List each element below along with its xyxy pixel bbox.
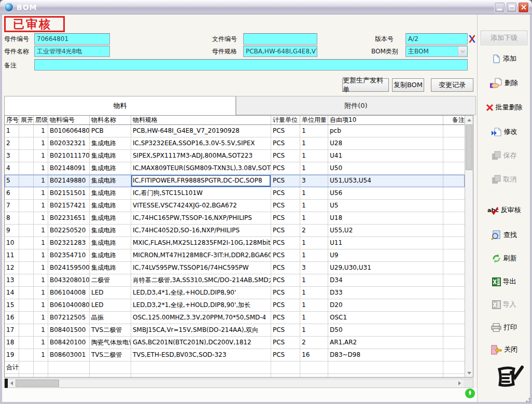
cell[interactable]: B0241595000 <box>48 262 90 274</box>
cell[interactable]: SIPEX,SPX1117M3-ADJ,800MA,SOT223 <box>131 150 271 162</box>
vertical-scroll-thumb[interactable] <box>466 124 472 170</box>
cell[interactable]: TVS二极管 <box>90 324 131 336</box>
cell[interactable]: MXIC,FLASH,MX25L12835FM2I-10G,128Mbit,3.… <box>131 237 271 249</box>
cell[interactable]: PCS <box>271 249 300 261</box>
cell[interactable]: 1 <box>34 299 48 311</box>
cell[interactable]: 1 <box>34 312 48 324</box>
cell[interactable] <box>19 175 34 187</box>
cell[interactable]: 2 <box>300 225 328 236</box>
export-button[interactable]: 导出 <box>479 275 529 288</box>
cell[interactable]: 1 <box>34 249 48 261</box>
find-button[interactable]: 查找 <box>479 228 529 242</box>
cell[interactable] <box>19 262 34 274</box>
column-header-4[interactable]: 物料名称 <box>90 116 131 124</box>
cell[interactable]: 15 <box>5 299 19 311</box>
cell[interactable] <box>443 175 465 187</box>
table-row[interactable]: 131B0432080100二极管肖特基二极管,3A,SS310,SMC/DO-… <box>5 274 465 287</box>
cell[interactable]: B02231651 <box>48 212 90 224</box>
cell[interactable]: PCS <box>271 312 300 324</box>
cell[interactable]: IC,74LV595PW,TSSOP16/74HC595PW <box>131 262 271 274</box>
cell[interactable]: 1 <box>34 150 48 162</box>
cell[interactable]: 1 <box>300 299 328 311</box>
cell[interactable]: U5 <box>328 200 443 212</box>
cell[interactable] <box>19 274 34 286</box>
cell[interactable]: 1 <box>34 349 48 361</box>
cell[interactable]: PCS <box>271 274 300 286</box>
cell[interactable] <box>443 137 465 149</box>
scroll-up-button[interactable] <box>465 116 473 124</box>
save-button[interactable]: 保存 <box>479 149 529 162</box>
cell[interactable]: B0106064807 <box>48 125 90 137</box>
cell[interactable]: 7 <box>5 200 19 212</box>
cell[interactable]: PCS <box>271 337 300 349</box>
cell[interactable]: D20 <box>328 299 443 311</box>
cell[interactable]: 1 <box>300 287 328 299</box>
cell[interactable]: 19 <box>5 349 19 361</box>
parent-spec-field[interactable]: PCBA,HW-648I,G4E8,V7 <box>243 46 317 57</box>
cell[interactable]: pcb <box>328 125 443 137</box>
cell[interactable] <box>443 237 465 249</box>
cell[interactable]: 1 <box>300 137 328 149</box>
cell[interactable]: 肖特基二极管,3A,SS310,SMC/DO-214AB,SMD大 <box>131 274 271 286</box>
cell[interactable]: PCS <box>271 225 300 236</box>
cell[interactable]: B02032321 <box>48 137 90 149</box>
cell[interactable]: 1 <box>34 225 48 236</box>
cell[interactable]: IC,MAX809TEUR(SGM809-TXN3L),3.08V,SOT-2 <box>131 162 271 174</box>
cell[interactable] <box>443 299 465 311</box>
cell[interactable]: 1 <box>300 237 328 249</box>
cell[interactable]: B02321283 <box>48 237 90 249</box>
cell[interactable]: 6 <box>5 187 19 199</box>
cell[interactable] <box>19 299 34 311</box>
column-header-9[interactable]: 备注 <box>443 116 465 124</box>
cell[interactable]: IC,74HC4052D,SO-16,NXP/PHILIPS <box>131 225 271 236</box>
tab-attachment[interactable]: 附件(0) <box>236 96 476 115</box>
cell[interactable]: B02354710 <box>48 249 90 261</box>
cell[interactable]: 集成电路 <box>90 212 131 224</box>
table-row[interactable]: 151B0610400801LEDLED,D3,2*1,全绿,+HOLD,DIP… <box>5 299 465 312</box>
cell[interactable]: PCS <box>271 262 300 274</box>
cell[interactable]: D33 <box>328 287 443 299</box>
minimize-button[interactable] <box>494 2 505 13</box>
table-row[interactable]: 141B06104008LEDLED,D3,4*1,全绿,+HOLD,DIP8,… <box>5 287 465 299</box>
cell[interactable]: B0432080100 <box>48 274 90 286</box>
cell[interactable]: 9 <box>5 225 19 236</box>
table-row[interactable]: 41B02148091集成电路IC,MAX809TEUR(SGM809-TXN3… <box>5 162 465 175</box>
cell[interactable]: PCS <box>271 324 300 336</box>
cell[interactable]: 集成电路 <box>90 225 131 236</box>
cell[interactable]: 3 <box>300 262 328 274</box>
cell[interactable]: 集成电路 <box>90 162 131 174</box>
scroll-left-button[interactable] <box>8 379 16 387</box>
cell[interactable]: D34 <box>328 274 443 286</box>
cell[interactable]: U11 <box>328 237 443 249</box>
cell[interactable]: IC,看门狗,STC15L101W <box>131 187 271 199</box>
table-row[interactable]: 121B0241595000集成电路IC,74LV595PW,TSSOP16/7… <box>5 262 465 274</box>
cell[interactable]: 3 <box>300 175 328 187</box>
column-header-2[interactable]: 层级 <box>34 116 48 124</box>
cell[interactable]: PCB <box>90 125 131 137</box>
cell[interactable]: 18 <box>5 337 19 349</box>
cell[interactable] <box>443 225 465 236</box>
cell[interactable]: U9 <box>328 249 443 261</box>
cell[interactable]: U51,U53,U54 <box>328 175 443 187</box>
table-row[interactable]: 61B02151501集成电路IC,看门狗,STC15L101WPCS1U56 <box>5 187 465 200</box>
cell[interactable]: SMBJ15CA,Vr=15V,SMB(DO-214AA),双向 <box>131 324 271 336</box>
cell[interactable]: TVS二极管 <box>90 349 131 361</box>
cell[interactable]: B08401500 <box>48 324 90 336</box>
cell[interactable]: 1 <box>300 274 328 286</box>
cell[interactable]: 2 <box>5 137 19 149</box>
table-row[interactable]: 101B02321283集成电路MXIC,FLASH,MX25L12835FM2… <box>5 237 465 249</box>
cell[interactable]: PCS <box>271 162 300 174</box>
copy-bom-button[interactable]: 复制BOM <box>392 78 424 92</box>
cell[interactable] <box>19 225 34 236</box>
cell[interactable]: 集成电路 <box>90 249 131 261</box>
cell[interactable]: U55,U2 <box>328 225 443 236</box>
cell[interactable]: 集成电路 <box>90 175 131 187</box>
cell[interactable]: B02148091 <box>48 162 90 174</box>
cell[interactable]: 1 <box>34 162 48 174</box>
cell[interactable]: 1 <box>34 262 48 274</box>
cell[interactable]: B02151501 <box>48 187 90 199</box>
cell[interactable]: 1 <box>34 337 48 349</box>
cell[interactable]: U50 <box>328 162 443 174</box>
cell[interactable]: 5 <box>5 175 19 187</box>
cell[interactable]: 集成电路 <box>90 150 131 162</box>
